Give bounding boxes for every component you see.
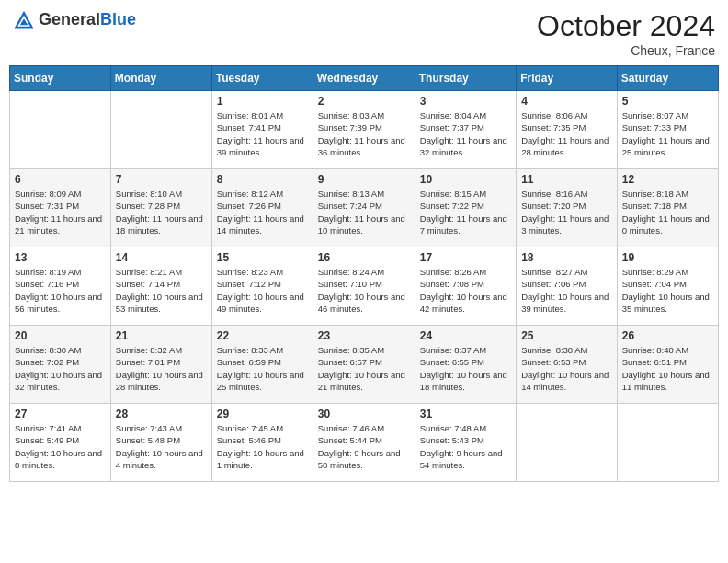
day-number: 6 (15, 173, 106, 186)
weekday-header: Saturday (617, 66, 718, 91)
calendar-week-row: 20Sunrise: 8:30 AMSunset: 7:02 PMDayligh… (10, 326, 719, 404)
day-number: 19 (622, 251, 713, 264)
calendar-cell: 1Sunrise: 8:01 AMSunset: 7:41 PMDaylight… (211, 91, 313, 169)
calendar-cell: 17Sunrise: 8:26 AMSunset: 7:08 PMDayligh… (415, 247, 516, 326)
day-number: 16 (318, 251, 410, 264)
logo-general-text: General (39, 10, 100, 29)
calendar-cell: 16Sunrise: 8:24 AMSunset: 7:10 PMDayligh… (313, 247, 415, 326)
day-info: Sunrise: 8:06 AMSunset: 7:35 PMDaylight:… (521, 109, 612, 158)
day-info: Sunrise: 7:43 AMSunset: 5:48 PMDaylight:… (116, 422, 207, 471)
weekday-header: Thursday (415, 66, 516, 91)
calendar-cell: 28Sunrise: 7:43 AMSunset: 5:48 PMDayligh… (110, 404, 211, 482)
calendar-cell: 22Sunrise: 8:33 AMSunset: 6:59 PMDayligh… (211, 326, 313, 404)
calendar-cell: 6Sunrise: 8:09 AMSunset: 7:31 PMDaylight… (10, 169, 111, 247)
day-info: Sunrise: 8:30 AMSunset: 7:02 PMDaylight:… (15, 344, 106, 393)
calendar-cell: 14Sunrise: 8:21 AMSunset: 7:14 PMDayligh… (110, 247, 211, 326)
day-info: Sunrise: 8:07 AMSunset: 7:33 PMDaylight:… (622, 109, 713, 158)
day-number: 30 (318, 408, 410, 420)
day-number: 3 (420, 95, 511, 108)
day-number: 26 (622, 329, 713, 342)
weekday-header: Tuesday (211, 66, 313, 91)
calendar-cell: 2Sunrise: 8:03 AMSunset: 7:39 PMDaylight… (313, 91, 415, 169)
day-number: 20 (15, 329, 106, 342)
day-number: 24 (420, 329, 511, 342)
day-number: 1 (217, 95, 308, 108)
title-block: October 2024 Cheux, France (537, 9, 715, 58)
day-number: 8 (217, 173, 308, 186)
day-info: Sunrise: 8:27 AMSunset: 7:06 PMDaylight:… (521, 266, 612, 315)
calendar-week-row: 13Sunrise: 8:19 AMSunset: 7:16 PMDayligh… (10, 247, 719, 326)
weekday-header: Sunday (10, 66, 111, 91)
day-number: 18 (521, 251, 612, 264)
day-info: Sunrise: 8:33 AMSunset: 6:59 PMDaylight:… (217, 344, 308, 393)
day-number: 9 (318, 173, 410, 186)
calendar-cell: 30Sunrise: 7:46 AMSunset: 5:44 PMDayligh… (313, 404, 415, 482)
weekday-header: Monday (110, 66, 211, 91)
day-info: Sunrise: 8:21 AMSunset: 7:14 PMDaylight:… (116, 266, 207, 315)
weekday-header-row: SundayMondayTuesdayWednesdayThursdayFrid… (10, 66, 719, 91)
day-number: 31 (420, 408, 511, 420)
day-number: 10 (420, 173, 511, 186)
calendar-cell: 3Sunrise: 8:04 AMSunset: 7:37 PMDaylight… (415, 91, 516, 169)
calendar-cell: 13Sunrise: 8:19 AMSunset: 7:16 PMDayligh… (10, 247, 111, 326)
day-info: Sunrise: 7:48 AMSunset: 5:43 PMDaylight:… (420, 422, 511, 471)
calendar-week-row: 27Sunrise: 7:41 AMSunset: 5:49 PMDayligh… (10, 404, 719, 482)
calendar-cell: 25Sunrise: 8:38 AMSunset: 6:53 PMDayligh… (517, 326, 618, 404)
day-number: 14 (116, 251, 207, 264)
day-info: Sunrise: 8:09 AMSunset: 7:31 PMDaylight:… (15, 188, 106, 236)
day-info: Sunrise: 8:04 AMSunset: 7:37 PMDaylight:… (420, 109, 511, 158)
day-number: 21 (116, 329, 207, 342)
calendar-cell: 24Sunrise: 8:37 AMSunset: 6:55 PMDayligh… (415, 326, 516, 404)
calendar-cell: 26Sunrise: 8:40 AMSunset: 6:51 PMDayligh… (617, 326, 718, 404)
day-number: 22 (217, 329, 308, 342)
day-info: Sunrise: 8:16 AMSunset: 7:20 PMDaylight:… (521, 188, 612, 236)
day-info: Sunrise: 8:03 AMSunset: 7:39 PMDaylight:… (318, 109, 410, 158)
day-info: Sunrise: 8:18 AMSunset: 7:18 PMDaylight:… (622, 188, 713, 236)
day-info: Sunrise: 8:37 AMSunset: 6:55 PMDaylight:… (420, 344, 511, 393)
calendar-cell (617, 404, 718, 482)
logo: GeneralBlue (13, 9, 136, 31)
location: Cheux, France (537, 43, 715, 58)
calendar-cell: 7Sunrise: 8:10 AMSunset: 7:28 PMDaylight… (110, 169, 211, 247)
day-number: 4 (521, 95, 612, 108)
day-info: Sunrise: 8:15 AMSunset: 7:22 PMDaylight:… (420, 188, 511, 236)
day-info: Sunrise: 8:13 AMSunset: 7:24 PMDaylight:… (318, 188, 410, 236)
calendar-cell: 8Sunrise: 8:12 AMSunset: 7:26 PMDaylight… (211, 169, 313, 247)
day-info: Sunrise: 8:24 AMSunset: 7:10 PMDaylight:… (318, 266, 410, 315)
day-info: Sunrise: 8:01 AMSunset: 7:41 PMDaylight:… (217, 109, 308, 158)
calendar-cell: 21Sunrise: 8:32 AMSunset: 7:01 PMDayligh… (110, 326, 211, 404)
calendar-cell: 31Sunrise: 7:48 AMSunset: 5:43 PMDayligh… (415, 404, 516, 482)
page-header: GeneralBlue October 2024 Cheux, France (9, 9, 719, 58)
day-number: 15 (217, 251, 308, 264)
day-info: Sunrise: 8:10 AMSunset: 7:28 PMDaylight:… (116, 188, 207, 236)
day-number: 13 (15, 251, 106, 264)
day-info: Sunrise: 7:41 AMSunset: 5:49 PMDaylight:… (15, 422, 106, 471)
day-number: 25 (521, 329, 612, 342)
calendar-cell (517, 404, 618, 482)
calendar-cell: 27Sunrise: 7:41 AMSunset: 5:49 PMDayligh… (10, 404, 111, 482)
calendar-week-row: 1Sunrise: 8:01 AMSunset: 7:41 PMDaylight… (10, 91, 719, 169)
day-info: Sunrise: 8:40 AMSunset: 6:51 PMDaylight:… (622, 344, 713, 393)
calendar-cell: 9Sunrise: 8:13 AMSunset: 7:24 PMDaylight… (313, 169, 415, 247)
day-info: Sunrise: 8:23 AMSunset: 7:12 PMDaylight:… (217, 266, 308, 315)
calendar-cell: 19Sunrise: 8:29 AMSunset: 7:04 PMDayligh… (617, 247, 718, 326)
day-info: Sunrise: 8:12 AMSunset: 7:26 PMDaylight:… (217, 188, 308, 236)
day-info: Sunrise: 7:45 AMSunset: 5:46 PMDaylight:… (217, 422, 308, 471)
calendar-cell: 18Sunrise: 8:27 AMSunset: 7:06 PMDayligh… (517, 247, 618, 326)
day-info: Sunrise: 8:35 AMSunset: 6:57 PMDaylight:… (318, 344, 410, 393)
day-info: Sunrise: 8:26 AMSunset: 7:08 PMDaylight:… (420, 266, 511, 315)
calendar-cell (110, 91, 211, 169)
calendar-cell (10, 91, 111, 169)
day-info: Sunrise: 7:46 AMSunset: 5:44 PMDaylight:… (318, 422, 410, 471)
day-number: 11 (521, 173, 612, 186)
calendar-cell: 29Sunrise: 7:45 AMSunset: 5:46 PMDayligh… (211, 404, 313, 482)
logo-blue-text: Blue (100, 10, 136, 29)
day-number: 27 (15, 408, 106, 420)
calendar-cell: 20Sunrise: 8:30 AMSunset: 7:02 PMDayligh… (10, 326, 111, 404)
calendar-table: SundayMondayTuesdayWednesdayThursdayFrid… (9, 65, 719, 482)
calendar-cell: 12Sunrise: 8:18 AMSunset: 7:18 PMDayligh… (617, 169, 718, 247)
day-number: 23 (318, 329, 410, 342)
day-number: 12 (622, 173, 713, 186)
calendar-cell: 11Sunrise: 8:16 AMSunset: 7:20 PMDayligh… (517, 169, 618, 247)
day-number: 7 (116, 173, 207, 186)
